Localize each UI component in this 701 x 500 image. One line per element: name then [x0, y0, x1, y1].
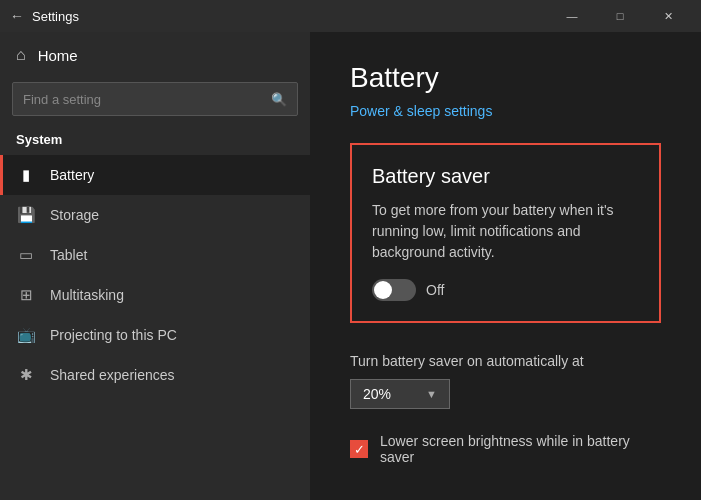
app-title: Settings [32, 9, 79, 24]
toggle-label: Off [426, 282, 444, 298]
brightness-label: Lower screen brightness while in battery… [380, 433, 661, 465]
power-sleep-link[interactable]: Power & sleep settings [350, 103, 492, 119]
toggle-row: Off [372, 279, 639, 301]
window-controls: — □ ✕ [549, 0, 691, 32]
sidebar-item-tablet[interactable]: ▭ Tablet [0, 235, 310, 275]
battery-label: Battery [50, 167, 94, 183]
sidebar: ⌂ Home 🔍 System ▮ Battery 💾 Storage ▭ Ta… [0, 32, 310, 500]
maximize-button[interactable]: □ [597, 0, 643, 32]
sidebar-item-battery[interactable]: ▮ Battery [0, 155, 310, 195]
storage-label: Storage [50, 207, 99, 223]
sidebar-item-projecting[interactable]: 📺 Projecting to this PC [0, 315, 310, 355]
tablet-label: Tablet [50, 247, 87, 263]
sidebar-item-multitasking[interactable]: ⊞ Multitasking [0, 275, 310, 315]
title-bar: ← Settings — □ ✕ [0, 0, 701, 32]
search-input[interactable] [23, 92, 271, 107]
sidebar-item-storage[interactable]: 💾 Storage [0, 195, 310, 235]
close-button[interactable]: ✕ [645, 0, 691, 32]
projecting-label: Projecting to this PC [50, 327, 177, 343]
checkmark-icon: ✓ [354, 442, 365, 457]
tablet-icon: ▭ [16, 246, 36, 264]
shared-label: Shared experiences [50, 367, 175, 383]
chevron-down-icon: ▼ [426, 388, 437, 400]
projecting-icon: 📺 [16, 326, 36, 344]
home-label: Home [38, 47, 78, 64]
shared-icon: ✱ [16, 366, 36, 384]
brightness-checkbox[interactable]: ✓ [350, 440, 368, 458]
search-box[interactable]: 🔍 [12, 82, 298, 116]
battery-saver-title: Battery saver [372, 165, 639, 188]
brightness-checkbox-row: ✓ Lower screen brightness while in batte… [350, 433, 661, 465]
content-area: Battery Power & sleep settings Battery s… [310, 32, 701, 500]
battery-saver-description: To get more from your battery when it's … [372, 200, 639, 263]
auto-section-label: Turn battery saver on automatically at [350, 353, 661, 369]
back-button[interactable]: ← [10, 8, 24, 24]
search-icon: 🔍 [271, 92, 287, 107]
home-icon: ⌂ [16, 46, 26, 64]
auto-threshold-dropdown[interactable]: 20% ▼ [350, 379, 450, 409]
minimize-button[interactable]: — [549, 0, 595, 32]
multitasking-icon: ⊞ [16, 286, 36, 304]
battery-icon: ▮ [16, 166, 36, 184]
main-layout: ⌂ Home 🔍 System ▮ Battery 💾 Storage ▭ Ta… [0, 32, 701, 500]
system-label: System [0, 126, 310, 155]
multitasking-label: Multitasking [50, 287, 124, 303]
dropdown-value: 20% [363, 386, 391, 402]
battery-saver-toggle[interactable] [372, 279, 416, 301]
sidebar-item-shared[interactable]: ✱ Shared experiences [0, 355, 310, 395]
battery-saver-card: Battery saver To get more from your batt… [350, 143, 661, 323]
sidebar-item-home[interactable]: ⌂ Home [0, 32, 310, 78]
page-title: Battery [350, 62, 661, 94]
storage-icon: 💾 [16, 206, 36, 224]
